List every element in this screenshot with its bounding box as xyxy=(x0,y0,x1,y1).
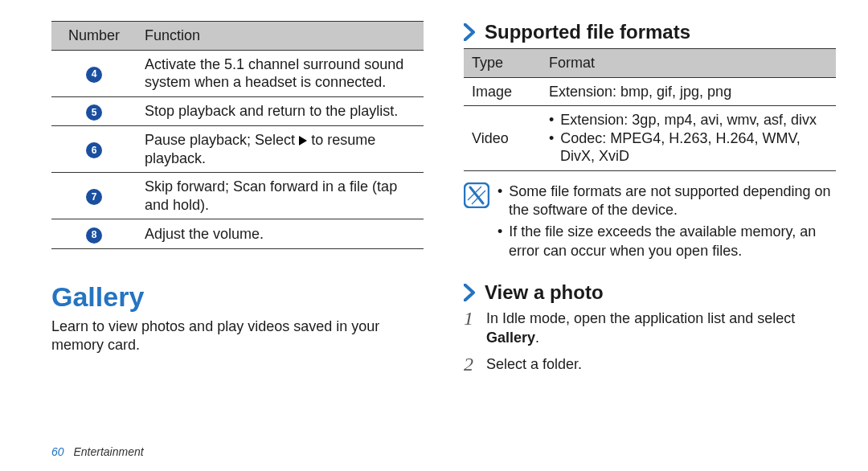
step-1: 1 In Idle mode, open the application lis… xyxy=(464,309,836,348)
view-photo-title: View a photo xyxy=(485,281,604,304)
page-footer: 60 Entertainment xyxy=(51,445,144,458)
number-badge-icon: 8 xyxy=(86,227,102,244)
chevron-right-icon xyxy=(464,23,475,41)
number-badge-icon: 5 xyxy=(86,104,102,121)
nf-header-number: Number xyxy=(51,22,137,51)
note-item-1: Some file formats are not supported depe… xyxy=(509,182,836,220)
step-1-bold: Gallery xyxy=(486,330,535,346)
table-row: 4 Activate the 5.1 channel surround soun… xyxy=(51,50,424,96)
note-icon xyxy=(464,182,489,208)
step-1-suffix: . xyxy=(535,330,539,346)
number-function-table: Number Function 4 Activate the 5.1 chann… xyxy=(51,21,424,249)
number-badge-icon: 4 xyxy=(86,67,102,83)
table-row: 6 Pause playback; Select to resume playb… xyxy=(51,126,424,173)
fmt-format-video: Extension: 3gp, mp4, avi, wmv, asf, divx… xyxy=(541,106,836,171)
gallery-heading: Gallery xyxy=(51,281,424,313)
nf-header-function: Function xyxy=(137,22,424,51)
right-column: Supported file formats Type Format Image… xyxy=(464,21,836,471)
gallery-intro: Learn to view photos and play videos sav… xyxy=(51,317,424,355)
fmt-header-type: Type xyxy=(464,49,541,78)
nf-func-6-prefix: Pause playback; Select xyxy=(145,132,299,148)
nf-func-4: Activate the 5.1 channel surround sound … xyxy=(137,50,424,96)
fmt-header-format: Format xyxy=(541,49,836,78)
supported-formats-title: Supported file formats xyxy=(485,21,690,43)
view-photo-steps: 1 In Idle mode, open the application lis… xyxy=(464,309,836,374)
table-row: Image Extension: bmp, gif, jpg, png xyxy=(464,77,836,106)
step-2-text: Select a folder. xyxy=(486,356,582,372)
nf-func-7: Skip forward; Scan forward in a file (ta… xyxy=(137,173,424,219)
footer-section: Entertainment xyxy=(73,445,143,458)
table-row: Video Extension: 3gp, mp4, avi, wmv, asf… xyxy=(464,106,836,171)
formats-table: Type Format Image Extension: bmp, gif, j… xyxy=(464,48,836,171)
step-number-icon: 2 xyxy=(464,351,473,377)
note-item-2: If the file size exceeds the available m… xyxy=(509,223,836,260)
note-block: Some file formats are not supported depe… xyxy=(464,182,836,264)
number-badge-icon: 7 xyxy=(86,189,102,205)
nf-func-8: Adjust the volume. xyxy=(137,219,424,249)
nf-func-5: Stop playback and return to the playlist… xyxy=(137,96,424,126)
supported-formats-heading: Supported file formats xyxy=(464,21,836,43)
play-icon xyxy=(299,136,307,145)
page-number: 60 xyxy=(51,445,64,458)
table-row: 5 Stop playback and return to the playli… xyxy=(51,96,424,126)
fmt-video-codec: Codec: MPEG4, H.263, H.264, WMV, DivX, X… xyxy=(560,129,828,166)
chevron-right-icon xyxy=(464,284,475,301)
fmt-type-video: Video xyxy=(464,106,541,171)
table-row: 7 Skip forward; Scan forward in a file (… xyxy=(51,173,424,219)
step-1-prefix: In Idle mode, open the application list … xyxy=(486,310,795,326)
fmt-format-image: Extension: bmp, gif, jpg, png xyxy=(541,77,836,106)
table-row: 8 Adjust the volume. xyxy=(51,219,424,249)
step-number-icon: 1 xyxy=(464,305,473,331)
left-column: Number Function 4 Activate the 5.1 chann… xyxy=(51,21,424,471)
fmt-type-image: Image xyxy=(464,77,541,106)
fmt-video-ext: Extension: 3gp, mp4, avi, wmv, asf, divx xyxy=(560,111,828,129)
view-photo-heading: View a photo xyxy=(464,281,836,304)
number-badge-icon: 6 xyxy=(86,142,102,158)
nf-func-6: Pause playback; Select to resume playbac… xyxy=(137,126,424,173)
step-2: 2 Select a folder. xyxy=(464,354,836,374)
